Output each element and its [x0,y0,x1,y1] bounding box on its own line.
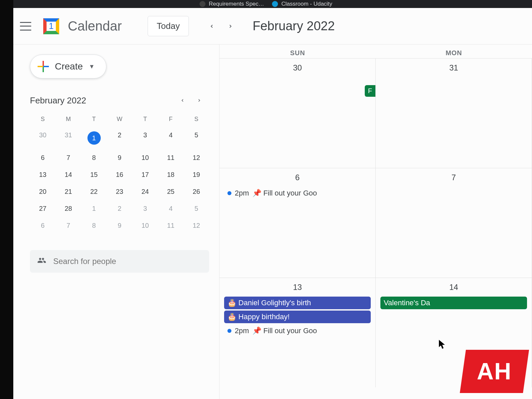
mini-day-cell[interactable]: 31 [56,127,81,149]
day-cell[interactable]: 62pm 📌 Fill out your Goo [219,168,376,278]
calendar-event[interactable]: Valentine's Da [380,297,527,309]
mini-dow-label: T [132,112,158,127]
mini-day-cell[interactable]: 7 [56,149,81,166]
caret-down-icon: ▼ [89,63,95,70]
plus-icon [38,61,49,72]
mini-day-cell[interactable]: 17 [132,166,158,183]
main-menu-icon[interactable] [20,22,31,31]
event-title: 🎂 Daniel Golightly's birth [227,299,311,307]
current-period-label: February 2022 [253,19,335,33]
period-nav [204,19,238,34]
mini-day-cell[interactable]: 11 [158,149,184,166]
mini-day-cell[interactable]: 5 [184,127,209,149]
calendar-event[interactable]: 2pm 📌 Fill out your Goo [224,325,371,337]
mini-day-cell[interactable]: 1 [81,127,107,149]
mini-day-cell[interactable]: 10 [132,149,158,166]
calendar-event[interactable]: 2pm 📌 Fill out your Goo [224,187,371,200]
mini-day-cell[interactable]: 9 [107,217,132,234]
event-title: 📌 Fill out your Goo [252,327,317,335]
mini-day-cell[interactable]: 18 [158,166,184,183]
day-number: 14 [378,281,529,295]
event-title: 📌 Fill out your Goo [252,189,317,198]
mini-next-month-button[interactable] [193,94,206,107]
browser-tabstrip: Requirements Spec… Classroom - Udacity [13,0,532,8]
mini-day-cell[interactable]: 6 [30,149,56,166]
day-number: 13 [222,281,373,295]
mini-calendar-title: February 2022 [30,95,86,106]
mini-day-cell[interactable]: 20 [30,183,56,200]
mini-day-cell[interactable]: 25 [158,183,184,200]
mini-dow-label: S [184,112,209,127]
mini-day-cell[interactable]: 6 [30,217,56,234]
day-number: 7 [378,171,529,186]
day-number: 31 [378,61,529,76]
calendar-event[interactable]: 🎂 Daniel Golightly's birth [224,297,371,309]
logo-day-number: 1 [41,16,62,37]
mini-day-cell[interactable]: 2 [107,200,132,217]
next-period-button[interactable] [223,19,238,34]
mini-day-cell[interactable]: 21 [56,183,81,200]
event-title: Valentine's Da [384,299,430,307]
mini-dow-label: T [81,112,107,127]
mini-day-cell[interactable]: 27 [30,200,56,217]
mini-day-cell[interactable]: 19 [184,166,209,183]
create-label: Create [55,61,83,72]
mini-day-cell[interactable]: 14 [56,166,81,183]
mini-day-cell[interactable]: 3 [132,127,158,149]
calendar-event[interactable]: 🎂 Happy birthday! [224,311,371,323]
mini-day-cell[interactable]: 23 [107,183,132,200]
today-button[interactable]: Today [148,16,189,36]
mini-day-cell[interactable]: 13 [30,166,56,183]
calendar-logo: 1 [41,16,62,37]
mini-calendar: February 2022 SMTWTFS3031123456789101112… [30,94,209,234]
mini-day-cell[interactable]: 8 [81,149,107,166]
month-grid: SUNMON 30F3162pm 📌 Fill out your Goo713🎂… [219,45,532,399]
mini-day-cell[interactable]: 4 [158,200,184,217]
mini-day-cell[interactable]: 4 [158,127,184,149]
event-time: 2pm [235,327,249,335]
watermark-badge: AH [460,350,529,393]
mini-day-cell[interactable]: 12 [184,149,209,166]
mini-day-cell[interactable]: 26 [184,183,209,200]
mini-day-cell[interactable]: 12 [184,217,209,234]
day-number: 30 [222,61,373,76]
mini-dow-label: W [107,112,132,127]
mini-day-cell[interactable]: 5 [184,200,209,217]
mini-day-cell[interactable]: 7 [56,217,81,234]
grid-dow-label: SUN [219,45,376,58]
day-cell[interactable]: 7 [376,168,532,278]
mini-day-cell[interactable]: 11 [158,217,184,234]
mini-day-cell[interactable]: 10 [132,217,158,234]
create-button[interactable]: Create ▼ [30,55,106,78]
mini-day-cell[interactable]: 2 [107,127,132,149]
day-cell[interactable]: 13🎂 Daniel Golightly's birth🎂 Happy birt… [219,278,376,387]
mini-day-cell[interactable]: 16 [107,166,132,183]
search-people-input[interactable] [53,257,202,266]
mini-dow-label: F [158,112,184,127]
mini-day-cell[interactable]: 3 [132,200,158,217]
event-dot-icon [227,329,231,333]
overflow-event-chip[interactable]: F [365,85,375,97]
mini-day-cell[interactable]: 9 [107,149,132,166]
mini-day-cell[interactable]: 28 [56,200,81,217]
mini-day-cell[interactable]: 24 [132,183,158,200]
tab-favicon [272,1,278,7]
grid-dow-label: MON [376,45,532,58]
browser-tab[interactable]: Requirements Spec… [200,1,264,7]
mini-day-cell[interactable]: 1 [81,200,107,217]
day-cell[interactable]: 30F [219,59,376,168]
mini-day-cell[interactable]: 8 [81,217,107,234]
mini-day-cell[interactable]: 30 [30,127,56,149]
day-number: 6 [222,171,373,186]
mini-day-cell[interactable]: 22 [81,183,107,200]
tab-label: Requirements Spec… [209,1,264,7]
day-cell[interactable]: 31 [376,59,532,168]
people-icon [37,256,46,267]
prev-period-button[interactable] [204,19,219,34]
tab-favicon [200,1,205,7]
browser-tab[interactable]: Classroom - Udacity [272,1,332,7]
search-people-field[interactable] [30,250,209,273]
mini-prev-month-button[interactable] [176,94,189,107]
event-title: 🎂 Happy birthday! [227,313,290,321]
mini-day-cell[interactable]: 15 [81,166,107,183]
